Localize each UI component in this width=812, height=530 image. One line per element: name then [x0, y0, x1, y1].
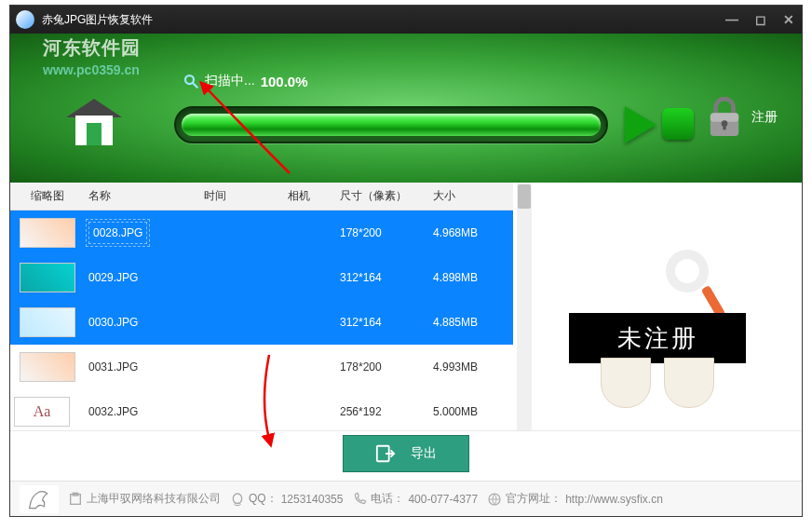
scan-percent: 100.0% [261, 74, 308, 89]
svg-rect-3 [710, 113, 738, 122]
file-size: 4.993MB [429, 345, 513, 389]
svg-rect-5 [723, 124, 725, 130]
footer: 上海甲驭网络科技有限公司 QQ： 1253140355 电话： 400-077-… [10, 481, 802, 516]
file-camera [262, 300, 336, 345]
file-dim: 178*200 [336, 211, 429, 256]
col-time[interactable]: 时间 [169, 183, 262, 211]
home-button[interactable] [66, 99, 122, 150]
register-link[interactable]: 注册 [751, 109, 778, 126]
file-name: 0028.JPG [88, 222, 147, 244]
search-icon [183, 73, 199, 89]
web-icon [487, 492, 502, 507]
svg-point-9 [233, 494, 241, 504]
table-row[interactable]: Aa0032.JPG256*1925.000MB [10, 389, 513, 434]
svg-line-1 [193, 83, 197, 88]
export-label: 导出 [411, 445, 437, 462]
qq-icon [230, 492, 245, 507]
file-name: 0029.JPG [88, 271, 138, 284]
scan-label-text: 扫描中... [205, 73, 255, 89]
col-thumb[interactable]: 缩略图 [10, 183, 85, 211]
tel-value: 400-077-4377 [408, 493, 478, 506]
file-time [169, 389, 262, 434]
file-name: 0031.JPG [88, 360, 138, 374]
file-time [169, 211, 262, 256]
qq-value: 1253140355 [281, 493, 344, 506]
qq-label: QQ： [249, 491, 277, 507]
tel-label: 电话： [371, 491, 404, 507]
export-bar: 导出 [10, 430, 802, 481]
thumbnail [20, 307, 75, 337]
export-icon [375, 443, 396, 464]
thumbnail [20, 218, 75, 248]
company-icon [68, 492, 83, 507]
close-button[interactable]: ✕ [783, 12, 794, 27]
file-size: 4.968MB [429, 211, 513, 256]
thumbnail [20, 352, 75, 382]
play-button[interactable] [625, 106, 662, 143]
col-size[interactable]: 大小 [429, 183, 513, 211]
file-camera [262, 389, 336, 434]
company-logo [20, 485, 59, 513]
file-camera [262, 211, 336, 256]
watermark-url: www.pc0359.cn [43, 62, 141, 77]
site-label: 官方网址： [506, 491, 562, 507]
file-time [169, 300, 262, 345]
file-size: 4.885MB [429, 300, 513, 345]
file-table: 缩略图 名称 时间 相机 尺寸（像素） 大小 0028.JPG178*2004.… [10, 183, 513, 434]
watermark: 河东软件园 www.pc0359.cn [43, 35, 141, 77]
app-window: 赤兔JPG图片恢复软件 — ◻ ✕ 河东软件园 www.pc0359.cn 扫描… [9, 5, 803, 517]
table-row[interactable]: 0029.JPG312*1644.898MB [10, 255, 513, 300]
preview-image: 未注册 [569, 238, 746, 415]
thumbnail [20, 263, 75, 292]
file-camera [262, 255, 336, 300]
company-name: 上海甲驭网络科技有限公司 [87, 491, 221, 507]
file-dim: 178*200 [336, 345, 429, 389]
scan-status: 扫描中... 100.0% [183, 73, 308, 89]
file-dim: 256*192 [336, 389, 429, 434]
file-size: 5.000MB [429, 389, 513, 434]
col-camera[interactable]: 相机 [262, 183, 336, 211]
file-dim: 312*164 [336, 300, 429, 345]
phone-icon [352, 492, 367, 507]
file-time [169, 345, 262, 389]
col-name[interactable]: 名称 [85, 183, 169, 211]
stop-button[interactable] [662, 108, 694, 140]
table-row[interactable]: 0030.JPG312*1644.885MB [10, 300, 513, 345]
site-link[interactable]: http://www.sysfix.cn [565, 493, 663, 506]
progress-fill [182, 114, 601, 136]
titlebar: 赤兔JPG图片恢复软件 — ◻ ✕ [10, 6, 802, 34]
progress-bar [174, 106, 608, 143]
file-size: 4.898MB [429, 255, 513, 300]
col-dim[interactable]: 尺寸（像素） [336, 183, 429, 211]
export-button[interactable]: 导出 [343, 435, 469, 472]
table-row[interactable]: 0028.JPG178*2004.968MB [10, 211, 513, 256]
file-camera [262, 345, 336, 389]
header: 河东软件园 www.pc0359.cn 扫描中... 100.0% 注册 [10, 34, 802, 183]
minimize-button[interactable]: — [725, 12, 738, 27]
file-dim: 312*164 [336, 255, 429, 300]
svg-point-10 [235, 503, 241, 506]
watermark-text: 河东软件园 [43, 37, 141, 58]
thumbnail: Aa [14, 397, 70, 427]
lock-icon[interactable] [707, 97, 742, 138]
app-title: 赤兔JPG图片恢复软件 [42, 12, 153, 28]
file-time [169, 255, 262, 300]
maximize-button[interactable]: ◻ [755, 12, 766, 27]
table-row[interactable]: 0031.JPG178*2004.993MB [10, 345, 513, 389]
scrollbar-thumb[interactable] [518, 184, 531, 209]
app-icon [16, 10, 34, 29]
file-name: 0032.JPG [88, 405, 138, 418]
file-name: 0030.JPG [88, 316, 138, 329]
